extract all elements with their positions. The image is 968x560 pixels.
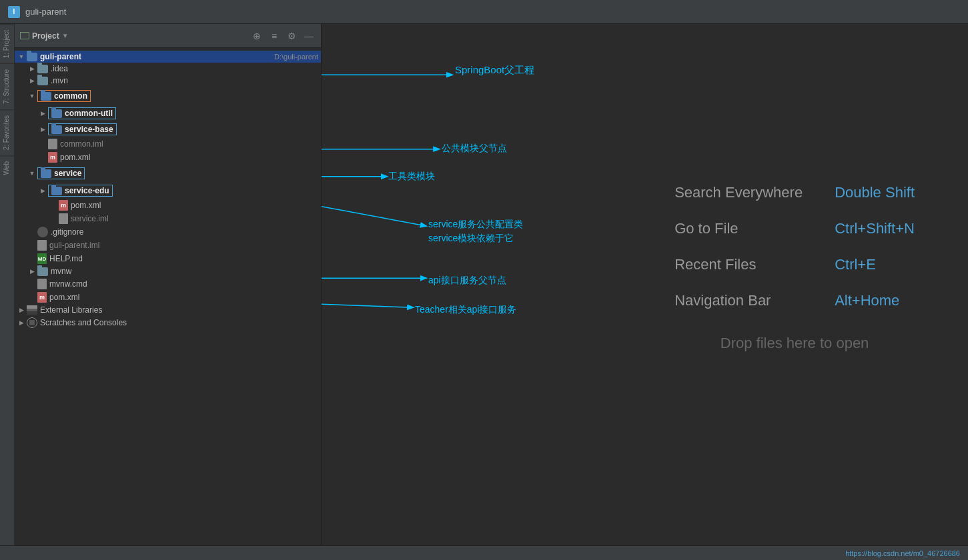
item-name-common: common [54, 91, 87, 101]
file-icon-common-iml [48, 139, 57, 149]
panel-title-text: Project [32, 31, 59, 41]
expand-icon-common: ▼ [28, 92, 36, 100]
item-name-root-pom: pom.xml [49, 293, 318, 302]
folder-icon-root [27, 53, 37, 61]
expand-icon-placeholder2 [39, 153, 47, 161]
expand-icon-sc: ▶ [17, 319, 25, 327]
shortcut-row-search: Search Everywhere Double Shift [674, 184, 915, 201]
file-icon-gitignore [37, 227, 48, 237]
file-icon-service-iml [59, 213, 68, 224]
tree-item-root[interactable]: ▼ guli-parent D:\guli-parent [15, 51, 321, 63]
expand-icon-gui [28, 241, 36, 249]
expand-icon-sp [49, 201, 57, 209]
common-outlined-box: common [37, 90, 91, 102]
main-content: 1: Project 7: Structure 2: Favorites Web… [0, 24, 968, 545]
file-icon-service-pom: m [59, 200, 68, 211]
expand-icon-service: ▼ [28, 169, 36, 177]
item-name-help-md: HELP.md [49, 254, 318, 263]
tree-item-ext-libs[interactable]: ▶ External Libraries [15, 304, 321, 316]
item-name-guli-iml: guli-parent.iml [49, 241, 318, 250]
service-edu-outlined-box: service-edu [48, 185, 113, 197]
panel-folder-icon [20, 32, 29, 39]
annotation-service-edu: Teacher相关api接口服务 [415, 304, 517, 316]
tree-item-common[interactable]: ▼ common [15, 88, 321, 104]
ext-libs-icon [27, 305, 37, 315]
panel-title: Project ▼ [20, 31, 69, 41]
tree-item-service-iml[interactable]: service.iml [15, 212, 321, 225]
root-name: guli-parent [40, 52, 270, 61]
file-icon-help-md: MD [37, 253, 47, 264]
item-name-common-util: common-util [65, 109, 113, 118]
expand-icon-el: ▶ [17, 306, 25, 314]
shortcut-row-nav: Navigation Bar Alt+Home [674, 292, 915, 309]
window-title: guli-parent [25, 7, 66, 17]
shortcut-key-file: Ctrl+Shift+N [835, 220, 915, 237]
file-icon-root-pom: m [37, 292, 47, 303]
expand-icon-service-base: ▶ [39, 125, 47, 133]
expand-icon-mc [28, 280, 36, 288]
svg-line-5 [322, 304, 413, 307]
tab-web[interactable]: Web [0, 155, 14, 180]
annotation-root: SpringBoot父工程 [455, 64, 534, 77]
file-tree[interactable]: ▼ guli-parent D:\guli-parent ▶ .idea ▶ .… [15, 48, 321, 545]
settings-button[interactable]: ⚙ [285, 31, 298, 41]
folder-icon-mvn [37, 77, 48, 85]
folder-icon-common-util [51, 109, 62, 118]
item-name-service-iml: service.iml [71, 214, 318, 223]
title-bar: I guli-parent [0, 0, 968, 24]
tree-item-scratches[interactable]: ▶ Scratches and Consoles [15, 316, 321, 329]
add-button[interactable]: ⊕ [250, 31, 264, 41]
tree-item-service-base[interactable]: ▶ service-base [15, 121, 321, 137]
folder-icon-idea [37, 65, 48, 73]
tree-item-help-md[interactable]: MD HELP.md [15, 252, 321, 265]
chevron-down-icon[interactable]: ▼ [62, 32, 69, 39]
item-name-service-pom: pom.xml [71, 201, 318, 210]
tree-item-guli-iml[interactable]: guli-parent.iml [15, 239, 321, 252]
folder-icon-service-base [51, 125, 62, 134]
expand-icon-root: ▼ [17, 53, 25, 61]
tab-project[interactable]: 1: Project [0, 24, 14, 63]
status-url: https://blog.csdn.net/m0_46726686 [845, 549, 960, 557]
item-name-service-edu: service-edu [65, 186, 109, 195]
root-path: D:\guli-parent [274, 53, 318, 61]
tree-item-idea[interactable]: ▶ .idea [15, 63, 321, 75]
expand-icon-mvn: ▶ [28, 77, 36, 85]
tree-item-mvn[interactable]: ▶ .mvn [15, 75, 321, 87]
item-name-mvnw: mvnw [51, 267, 318, 276]
annotation-service: api接口服务父节点 [428, 275, 506, 287]
common-util-outlined-box: common-util [48, 107, 116, 119]
scratches-icon [27, 317, 37, 328]
collapse-button[interactable]: ≡ [268, 31, 281, 41]
folder-icon-service [41, 169, 51, 178]
shortcut-action-search: Search Everywhere [674, 184, 821, 201]
item-name-common-pom: pom.xml [60, 153, 318, 162]
panel-header: Project ▼ ⊕ ≡ ⚙ — [15, 24, 321, 48]
tree-item-common-iml[interactable]: common.iml [15, 137, 321, 151]
tree-item-gitignore[interactable]: .gitignore [15, 225, 321, 239]
minimize-button[interactable]: — [302, 31, 316, 41]
tree-item-mvnw-cmd[interactable]: mvnw.cmd [15, 277, 321, 291]
tree-item-service-pom[interactable]: m pom.xml [15, 199, 321, 212]
tree-item-root-pom[interactable]: m pom.xml [15, 291, 321, 304]
expand-icon-hm [28, 255, 36, 263]
tree-item-service[interactable]: ▼ service [15, 165, 321, 181]
item-name-idea: .idea [51, 64, 318, 73]
tree-item-common-util[interactable]: ▶ common-util [15, 105, 321, 121]
tab-structure[interactable]: 7: Structure [0, 63, 14, 109]
item-name-mvn: .mvn [51, 76, 318, 85]
service-base-outlined-box: service-base [48, 123, 117, 135]
service-outlined-box: service [37, 167, 85, 179]
tree-item-service-edu[interactable]: ▶ service-edu [15, 183, 321, 199]
shortcut-list: Search Everywhere Double Shift Go to Fil… [674, 184, 915, 352]
annotation-service-base: service服务公共配置类service模块依赖于它 [428, 217, 523, 245]
tree-item-mvnw[interactable]: ▶ mvnw [15, 265, 321, 277]
item-name-common-iml: common.iml [60, 139, 318, 149]
tree-item-common-pom[interactable]: m pom.xml [15, 151, 321, 164]
file-icon-mvnw-cmd [37, 279, 47, 289]
folder-icon-service-edu [51, 187, 62, 195]
tab-favorites[interactable]: 2: Favorites [0, 109, 14, 155]
right-panel: SpringBoot父工程 公共模块父节点 工具类模块 service服务公共配… [322, 24, 968, 545]
item-name-service-base: service-base [65, 125, 113, 134]
expand-icon-gi [28, 228, 36, 236]
item-name-scratches: Scratches and Consoles [40, 318, 127, 327]
